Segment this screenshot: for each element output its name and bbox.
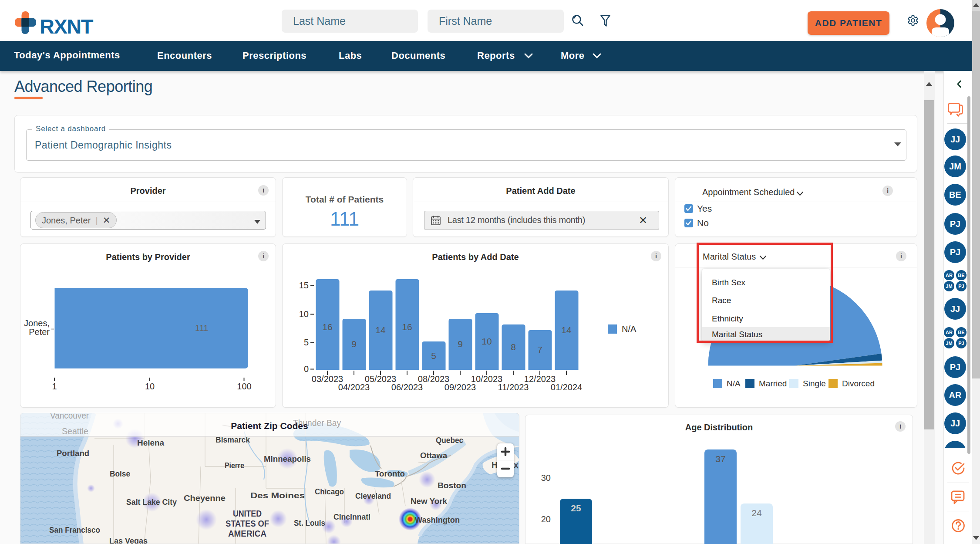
svg-text:11/2023: 11/2023 xyxy=(498,382,529,392)
svg-text:Helena: Helena xyxy=(137,438,164,447)
svg-text:15: 15 xyxy=(299,280,309,290)
svg-text:Portland: Portland xyxy=(57,449,89,458)
svg-text:Pierre: Pierre xyxy=(225,461,244,470)
svg-text:Peter: Peter xyxy=(29,327,50,337)
svg-text:AMERICA: AMERICA xyxy=(228,528,266,538)
svg-text:37: 37 xyxy=(715,454,725,464)
svg-text:111: 111 xyxy=(195,323,208,333)
svg-text:Jones,: Jones, xyxy=(24,318,50,328)
svg-text:San Francisco: San Francisco xyxy=(49,525,100,534)
svg-text:30: 30 xyxy=(541,473,551,483)
svg-text:Toronto: Toronto xyxy=(375,469,405,478)
svg-text:RXNT: RXNT xyxy=(40,15,94,37)
svg-text:1: 1 xyxy=(52,382,57,391)
svg-text:St. Louis: St. Louis xyxy=(294,518,325,527)
svg-text:09/2023: 09/2023 xyxy=(445,382,476,392)
svg-text:Divorced: Divorced xyxy=(842,379,875,388)
svg-text:Married: Married xyxy=(759,379,787,388)
svg-text:8: 8 xyxy=(511,342,516,352)
svg-text:N/A: N/A xyxy=(622,324,636,334)
svg-text:Salt Lake City: Salt Lake City xyxy=(126,497,177,507)
svg-text:Ottawa: Ottawa xyxy=(420,451,447,460)
svg-text:10: 10 xyxy=(145,382,155,391)
svg-text:25: 25 xyxy=(571,503,581,513)
svg-text:Chicago: Chicago xyxy=(315,487,344,496)
svg-text:Seattle: Seattle xyxy=(62,426,88,436)
svg-text:Boston: Boston xyxy=(438,481,466,490)
svg-text:5: 5 xyxy=(431,351,436,361)
svg-text:Patient Zip Codes: Patient Zip Codes xyxy=(231,421,308,431)
svg-text:01/2024: 01/2024 xyxy=(551,382,582,392)
svg-text:Single: Single xyxy=(803,379,826,388)
svg-text:16: 16 xyxy=(402,322,412,332)
svg-text:0: 0 xyxy=(304,364,309,374)
svg-text:5: 5 xyxy=(304,338,309,347)
svg-text:10: 10 xyxy=(299,309,309,319)
svg-text:24: 24 xyxy=(751,508,762,518)
svg-text:Cleveland: Cleveland xyxy=(355,491,391,500)
svg-text:Cheyenne: Cheyenne xyxy=(184,493,226,503)
svg-text:7: 7 xyxy=(537,345,542,355)
svg-text:04/2023: 04/2023 xyxy=(338,382,370,392)
svg-text:x: x xyxy=(514,460,519,470)
svg-text:Washington: Washington xyxy=(415,515,460,524)
svg-text:06/2023: 06/2023 xyxy=(391,382,423,392)
svg-text:Des Moines: Des Moines xyxy=(250,491,305,500)
svg-text:N/A: N/A xyxy=(727,379,741,388)
svg-text:14: 14 xyxy=(375,325,386,335)
svg-text:9: 9 xyxy=(458,339,463,349)
svg-text:Boise: Boise xyxy=(110,469,130,478)
svg-text:H: H xyxy=(492,460,498,470)
svg-text:Cincinnati: Cincinnati xyxy=(333,512,370,521)
svg-text:14: 14 xyxy=(561,325,572,335)
svg-text:16: 16 xyxy=(322,322,332,332)
svg-text:Las Vegas: Las Vegas xyxy=(109,536,148,544)
svg-text:Quebec: Quebec xyxy=(436,436,463,445)
svg-text:20: 20 xyxy=(541,514,551,524)
svg-text:100: 100 xyxy=(237,382,251,391)
svg-text:New York: New York xyxy=(411,497,447,506)
svg-text:STATES OF: STATES OF xyxy=(226,518,269,528)
svg-text:9: 9 xyxy=(351,339,357,349)
svg-text:Minneapolis: Minneapolis xyxy=(264,454,311,463)
svg-text:Vancouver: Vancouver xyxy=(50,413,89,420)
svg-text:UNITED: UNITED xyxy=(233,508,262,518)
svg-text:10: 10 xyxy=(482,336,492,346)
